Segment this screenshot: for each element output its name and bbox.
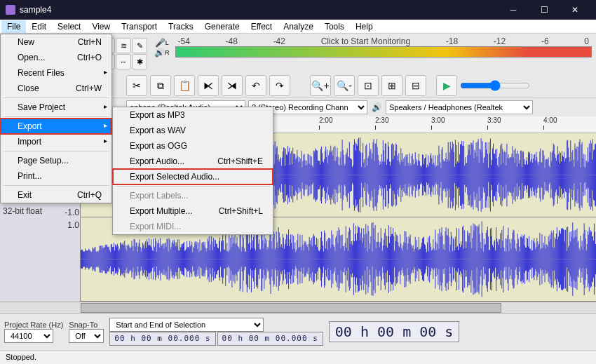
playback-speed-slider[interactable] [460, 80, 530, 91]
snap-to-label: Snap-To [69, 321, 104, 329]
paste-button[interactable]: 📋 [174, 75, 195, 96]
cut-button[interactable]: ✂ [126, 75, 147, 96]
export-wav[interactable]: Export as WAV [113, 123, 273, 138]
menu-import[interactable]: Import [1, 134, 111, 149]
export-audio[interactable]: Export Audio...Ctrl+Shift+E [113, 154, 273, 169]
zoom-out-button[interactable]: 🔍- [334, 75, 355, 96]
export-midi[interactable]: Export MIDI... [113, 219, 273, 234]
status-bar: Stopped. [0, 350, 596, 363]
menu-select[interactable]: Select [52, 20, 86, 33]
recording-meter[interactable] [175, 46, 592, 58]
menu-file[interactable]: File [1, 20, 26, 33]
draw-tool-button[interactable]: ✎ [132, 38, 147, 53]
app-icon [6, 5, 15, 15]
play-at-speed-button[interactable]: ▶ [436, 75, 457, 96]
menu-close[interactable]: CloseCtrl+W [1, 81, 111, 96]
export-multiple[interactable]: Export Multiple...Ctrl+Shift+L [113, 203, 273, 219]
menu-help[interactable]: Help [350, 20, 379, 33]
close-button[interactable]: ✕ [560, 0, 590, 20]
export-labels[interactable]: Export Labels... [113, 188, 273, 203]
menu-save-project[interactable]: Save Project [1, 100, 111, 115]
horizontal-scrollbar[interactable] [0, 302, 596, 313]
export-mp3[interactable]: Export as MP3 [113, 107, 273, 123]
meter-monitor-text: Click to Start Monitoring [321, 36, 410, 46]
file-menu-dropdown: NewCtrl+N Open...Ctrl+O Recent Files Clo… [0, 34, 112, 203]
menu-exit[interactable]: ExitCtrl+Q [1, 187, 111, 203]
meter-scale: -54-48-42 Click to Start Monitoring -18-… [175, 36, 592, 46]
fit-selection-button[interactable]: ⊡ [358, 75, 379, 96]
selection-start-time[interactable]: 00 h 00 m 00.000 s [109, 332, 215, 346]
menu-new[interactable]: NewCtrl+N [1, 34, 111, 50]
menu-view[interactable]: View [86, 20, 116, 33]
export-submenu: Export as MP3 Export as WAV Export as OG… [112, 107, 273, 235]
menu-print[interactable]: Print... [1, 168, 111, 184]
fit-project-button[interactable]: ⊞ [381, 75, 402, 96]
minimize-button[interactable]: ─ [498, 0, 529, 20]
menu-edit[interactable]: Edit [26, 20, 52, 33]
snap-to-select[interactable]: Off [69, 329, 104, 343]
scrollbar-thumb[interactable] [81, 303, 501, 313]
trim-button[interactable]: ⧔ [198, 75, 219, 96]
speaker-icon: 🔊 [154, 48, 165, 58]
menu-tools[interactable]: Tools [319, 20, 350, 33]
maximize-button[interactable]: ☐ [529, 0, 560, 20]
undo-button[interactable]: ↶ [245, 75, 266, 96]
audio-position-time[interactable]: 00 h 00 m 00 s [329, 321, 460, 342]
title-bar: sample4 ─ ☐ ✕ [0, 0, 596, 20]
mic-icon: 🎤 [155, 38, 165, 48]
menu-effect[interactable]: Effect [245, 20, 278, 33]
menu-transport[interactable]: Transport [116, 20, 163, 33]
selection-type-select[interactable]: Start and End of Selection [109, 318, 264, 332]
selection-end-time[interactable]: 00 h 00 m 00.000 s [217, 332, 323, 346]
output-icon: 🔊 [370, 101, 383, 114]
copy-button[interactable]: ⧉ [150, 75, 171, 96]
menu-analyze[interactable]: Analyze [278, 20, 319, 33]
multi-tool-button[interactable]: ✱ [132, 54, 147, 69]
zoom-toggle-button[interactable]: ⊟ [405, 75, 426, 96]
menu-recent-files[interactable]: Recent Files [1, 65, 111, 81]
menu-generate[interactable]: Generate [199, 20, 245, 33]
timeshift-tool-button[interactable]: ↔ [116, 54, 131, 69]
export-selected-audio[interactable]: Export Selected Audio... [113, 169, 273, 184]
redo-button[interactable]: ↷ [269, 75, 290, 96]
menu-export[interactable]: Export [1, 119, 111, 134]
menu-open[interactable]: Open...Ctrl+O [1, 50, 111, 65]
output-device-select[interactable]: Speakers / Headphones (Realtek [386, 100, 533, 114]
menu-page-setup[interactable]: Page Setup... [1, 153, 111, 168]
window-title: sample4 [20, 5, 498, 15]
envelope-tool-button[interactable]: ≋ [116, 38, 131, 53]
menu-tracks[interactable]: Tracks [163, 20, 199, 33]
selection-toolbar: Project Rate (Hz) 44100 Snap-To Off Star… [0, 313, 596, 350]
menu-bar: File Edit Select View Transport Tracks G… [0, 20, 596, 34]
silence-button[interactable]: ⧕ [222, 75, 243, 96]
export-ogg[interactable]: Export as OGG [113, 138, 273, 154]
zoom-in-button[interactable]: 🔍+ [310, 75, 331, 96]
